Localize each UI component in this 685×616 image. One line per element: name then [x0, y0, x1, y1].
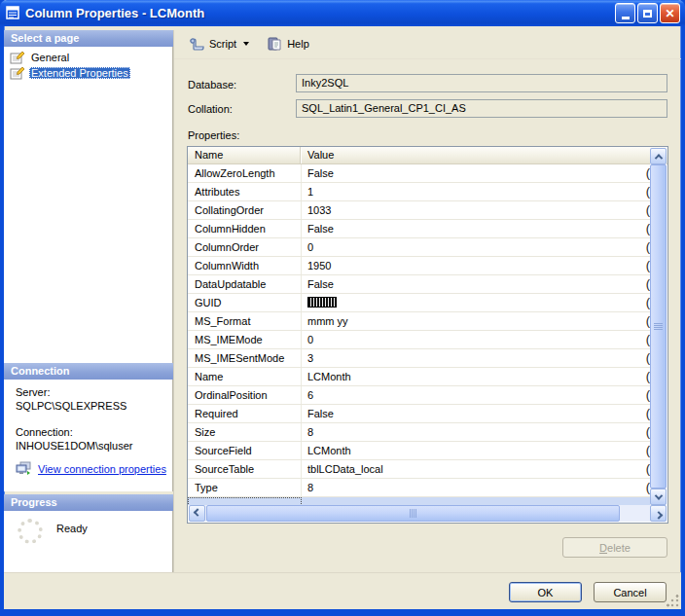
property-value-cell[interactable]: 8 — [301, 426, 651, 438]
sidebar-item-general[interactable]: General — [4, 50, 172, 65]
new-property-row[interactable] — [188, 497, 651, 505]
new-row-focus-cell[interactable] — [188, 497, 302, 505]
property-value-cell[interactable]: 3 — [301, 352, 651, 364]
property-value-cell[interactable]: mmm yy — [301, 315, 651, 327]
property-name-cell: MS_Format — [188, 315, 301, 327]
table-row[interactable]: AllowZeroLengthFalse( — [188, 164, 651, 183]
thumb-grip — [410, 509, 416, 518]
help-icon — [267, 36, 283, 52]
property-value-cell[interactable]: False — [301, 408, 651, 419]
window-title: Column Properties - LCMonth — [25, 6, 615, 20]
property-value-cell[interactable]: tblLCData_local — [301, 463, 651, 475]
table-row[interactable]: NameLCMonth( — [188, 368, 651, 386]
help-label: Help — [287, 38, 309, 50]
property-name-cell: MS_IMESentMode — [188, 352, 301, 364]
chevron-up-icon — [654, 154, 662, 162]
progress-spinner-icon — [18, 519, 43, 544]
property-name-cell: Name — [188, 371, 301, 382]
server-value: SQLPC\SQLEXPRESS — [16, 399, 166, 413]
scroll-left-button[interactable] — [189, 505, 205, 522]
property-value-cell[interactable]: 6 — [301, 389, 651, 401]
table-row[interactable]: CollatingOrder1033( — [188, 201, 651, 220]
table-row[interactable]: Attributes1( — [188, 183, 651, 201]
scroll-down-button[interactable] — [650, 489, 667, 505]
property-value-cell[interactable]: 0 — [301, 241, 651, 253]
script-button[interactable]: Script — [185, 34, 253, 54]
script-icon — [189, 36, 205, 52]
property-name-cell: Type — [188, 482, 301, 493]
table-row[interactable]: MS_IMESentMode3( — [188, 349, 651, 368]
page-item-label: General — [29, 52, 71, 63]
delete-button[interactable]: Delete — [562, 537, 667, 558]
table-row[interactable]: Size8( — [188, 423, 651, 442]
property-value-cell[interactable]: False — [301, 223, 651, 235]
table-row[interactable]: GUID( — [188, 294, 651, 312]
column-header-value[interactable]: Value — [301, 147, 334, 163]
property-value-cell[interactable]: 1033 — [301, 204, 651, 216]
column-header-name[interactable]: Name — [188, 147, 301, 163]
collation-label: Collation: — [188, 103, 233, 115]
resize-grip[interactable] — [667, 595, 679, 607]
property-value-cell[interactable]: LCMonth — [301, 371, 651, 382]
property-value-cell[interactable]: 8 — [301, 482, 651, 493]
property-name-cell: ColumnWidth — [188, 260, 301, 272]
guid-binary-value — [307, 297, 337, 308]
table-row[interactable]: DataUpdatableFalse( — [188, 275, 651, 294]
table-rows: AllowZeroLengthFalse(Attributes1(Collati… — [188, 164, 651, 505]
window-icon — [6, 6, 20, 20]
property-value-cell[interactable]: LCMonth — [301, 445, 651, 456]
chevron-left-icon — [193, 508, 200, 516]
maximize-button[interactable] — [637, 3, 658, 23]
table-row[interactable]: OrdinalPosition6( — [188, 386, 651, 405]
select-a-page-header: Select a page — [4, 30, 173, 47]
table-row[interactable]: Type8( — [188, 479, 651, 497]
page-icon — [10, 66, 25, 80]
properties-label: Properties: — [188, 129, 239, 141]
page-item-label: Extended Properties — [29, 67, 130, 79]
scroll-right-button[interactable] — [650, 505, 667, 522]
property-name-cell: SourceTable — [188, 463, 301, 475]
view-connection-properties-link[interactable]: View connection properties — [38, 463, 166, 475]
minimize-icon — [622, 17, 630, 19]
table-row[interactable]: RequiredFalse( — [188, 405, 651, 423]
table-row[interactable]: SourceTabletblLCData_local( — [188, 460, 651, 479]
database-field[interactable]: Inky2SQL — [296, 74, 667, 92]
vertical-scrollbar-thumb[interactable] — [650, 164, 667, 489]
scroll-up-button[interactable] — [650, 148, 667, 164]
help-button[interactable]: Help — [263, 34, 313, 54]
connection-value: INHOUSE1DOM\sqluser — [16, 439, 166, 453]
vertical-scrollbar[interactable] — [650, 148, 667, 505]
horizontal-scrollbar-thumb[interactable] — [206, 505, 620, 522]
properties-table: Name Value AllowZeroLengthFalse(Attribut… — [187, 146, 668, 524]
property-value-cell[interactable]: False — [301, 278, 651, 290]
property-name-cell: SourceField — [188, 445, 301, 456]
property-value-cell[interactable]: 1950 — [301, 260, 651, 272]
property-value-cell[interactable] — [301, 297, 651, 309]
property-value-cell[interactable]: False — [301, 167, 651, 179]
table-row[interactable]: ColumnOrder0( — [188, 238, 651, 257]
title-bar[interactable]: Column Properties - LCMonth ✕ — [0, 0, 685, 26]
ok-button[interactable]: OK — [509, 582, 582, 602]
collation-field[interactable]: SQL_Latin1_General_CP1_CI_AS — [296, 99, 667, 118]
chevron-down-icon — [654, 491, 662, 499]
table-row[interactable]: MS_IMEMode0( — [188, 331, 651, 349]
script-dropdown-icon[interactable] — [243, 42, 249, 46]
minimize-button[interactable] — [615, 3, 635, 23]
script-label: Script — [209, 38, 236, 50]
close-button[interactable]: ✕ — [660, 3, 680, 23]
connection-header: Connection — [4, 363, 173, 380]
property-name-cell: OrdinalPosition — [188, 389, 301, 401]
property-value-cell[interactable]: 1 — [301, 186, 651, 198]
table-row[interactable]: ColumnWidth1950( — [188, 257, 651, 275]
property-value-cell[interactable]: 0 — [301, 334, 651, 345]
table-row[interactable]: ColumnHiddenFalse( — [188, 220, 651, 238]
maximize-icon — [643, 10, 652, 18]
horizontal-scrollbar[interactable] — [189, 505, 667, 522]
table-row[interactable]: MS_Formatmmm yy( — [188, 312, 651, 331]
cancel-button[interactable]: Cancel — [594, 582, 667, 602]
sidebar-item-extended-properties[interactable]: Extended Properties — [4, 65, 172, 81]
connection-panel: Server: SQLPC\SQLEXPRESS Connection: INH… — [4, 380, 173, 491]
property-name-cell: Attributes — [188, 186, 301, 198]
connection-properties-icon — [16, 461, 32, 476]
table-row[interactable]: SourceFieldLCMonth( — [188, 442, 651, 460]
